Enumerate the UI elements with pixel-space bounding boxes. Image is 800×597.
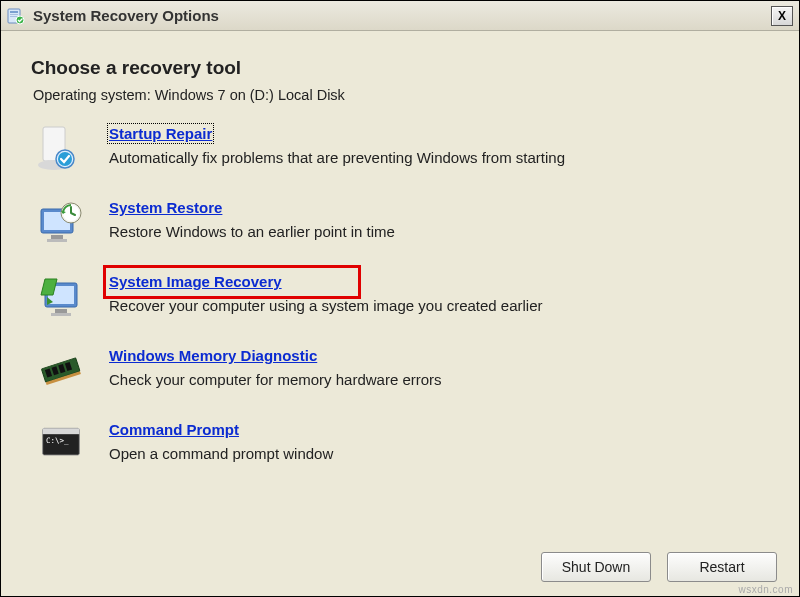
system-restore-icon [37,199,85,247]
startup-repair-desc: Automatically fix problems that are prev… [109,149,565,166]
button-row: Shut Down Restart [541,552,777,582]
startup-repair-link[interactable]: Startup Repair [109,125,212,142]
svg-rect-1 [10,11,18,13]
svg-rect-12 [47,239,67,242]
command-prompt-desc: Open a command prompt window [109,445,333,462]
content-area: Choose a recovery tool Operating system:… [1,31,799,596]
svg-rect-26 [43,428,80,434]
memory-diagnostic-icon [37,347,85,395]
system-image-recovery-link[interactable]: System Image Recovery [109,273,282,290]
tool-startup-repair: Startup Repair Automatically fix problem… [37,125,769,173]
svg-rect-18 [51,313,71,316]
watermark: wsxdn.com [738,584,793,595]
system-image-recovery-icon [37,273,85,321]
page-heading: Choose a recovery tool [31,57,769,79]
window: System Recovery Options X Choose a recov… [0,0,800,597]
svg-rect-17 [55,309,67,313]
system-image-recovery-desc: Recover your computer using a system ima… [109,297,543,314]
system-restore-link[interactable]: System Restore [109,199,222,216]
memory-diagnostic-link[interactable]: Windows Memory Diagnostic [109,347,317,364]
tool-system-image-recovery: System Image Recovery Recover your compu… [37,273,769,321]
command-prompt-link[interactable]: Command Prompt [109,421,239,438]
svg-text:C:\>_: C:\>_ [46,436,69,445]
svg-rect-11 [51,235,63,239]
tool-command-prompt: C:\>_ Command Prompt Open a command prom… [37,421,769,469]
memory-diagnostic-desc: Check your computer for memory hardware … [109,371,442,388]
svg-point-4 [16,16,24,24]
tool-system-restore: System Restore Restore Windows to an ear… [37,199,769,247]
titlebar: System Recovery Options X [1,1,799,31]
system-restore-desc: Restore Windows to an earlier point in t… [109,223,395,240]
window-title: System Recovery Options [33,7,771,24]
restart-button[interactable]: Restart [667,552,777,582]
command-prompt-icon: C:\>_ [37,421,85,469]
close-button[interactable]: X [771,6,793,26]
startup-repair-icon [37,125,85,173]
app-icon [7,7,25,25]
svg-rect-2 [10,14,18,15]
os-info: Operating system: Windows 7 on (D:) Loca… [31,87,769,103]
tool-list: Startup Repair Automatically fix problem… [31,125,769,469]
shutdown-button[interactable]: Shut Down [541,552,651,582]
tool-memory-diagnostic: Windows Memory Diagnostic Check your com… [37,347,769,395]
